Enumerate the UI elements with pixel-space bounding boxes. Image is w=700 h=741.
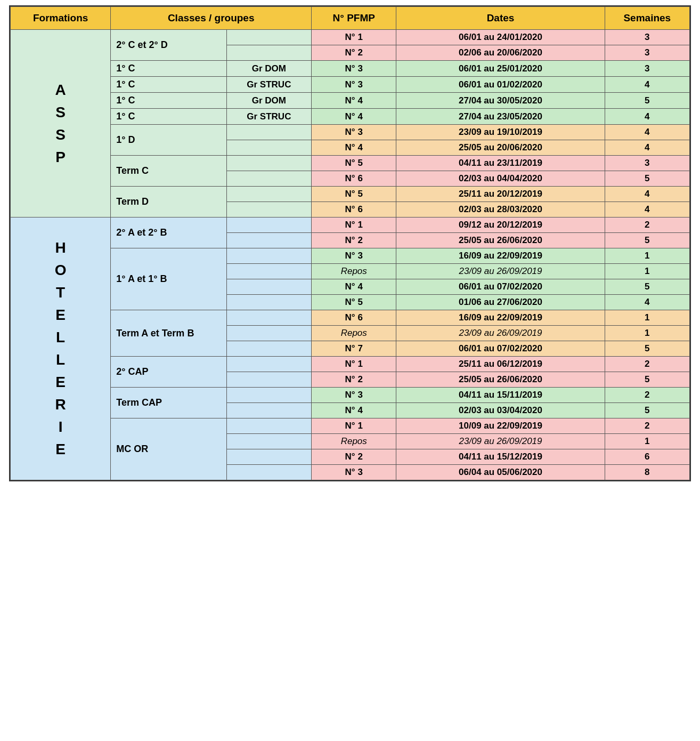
subgroup-cell: Gr STRUC <box>226 109 311 125</box>
subgroup-cell <box>226 310 311 326</box>
semaines-cell: 5 <box>605 233 689 248</box>
semaines-cell: 4 <box>605 295 689 310</box>
semaines-cell: 4 <box>605 187 689 202</box>
dates-cell: 01/06 au 27/06/2020 <box>396 295 605 310</box>
class-cell: 1° C <box>111 61 226 77</box>
subgroup-cell <box>226 295 311 310</box>
formations-table: Formations Classes / groupes N° PFMP Dat… <box>10 6 690 480</box>
semaines-cell: 2 <box>605 388 689 403</box>
class-cell: MC OR <box>111 418 226 480</box>
table-row: Term DN° 525/11 au 20/12/20194 <box>11 187 690 202</box>
semaines-cell: 5 <box>605 341 689 357</box>
class-cell: 1° C <box>111 77 226 93</box>
dates-cell: 16/09 au 22/09/2019 <box>396 310 605 326</box>
dates-cell: 25/11 au 20/12/2019 <box>396 187 605 202</box>
pfmp-cell: N° 3 <box>312 388 396 403</box>
subgroup-cell <box>226 418 311 434</box>
subgroup-cell <box>226 171 311 187</box>
subgroup-cell <box>226 202 311 218</box>
class-cell: 1° C <box>111 109 226 125</box>
pfmp-cell: N° 6 <box>312 171 396 187</box>
class-cell: 1° C <box>111 93 226 109</box>
class-cell: 2° C et 2° D <box>111 30 226 61</box>
dates-cell: 10/09 au 22/09/2019 <box>396 418 605 434</box>
pfmp-cell: N° 2 <box>312 45 396 61</box>
pfmp-cell: Repos <box>312 326 396 341</box>
pfmp-cell: N° 4 <box>312 279 396 295</box>
formation-cell: A S S P <box>11 30 111 218</box>
pfmp-cell: N° 4 <box>312 93 396 109</box>
formation-cell: H O T E L L E R I E <box>11 218 111 480</box>
dates-cell: 23/09 au 19/10/2019 <box>396 125 605 140</box>
subgroup-cell <box>226 388 311 403</box>
class-cell: 1° D <box>111 125 226 156</box>
semaines-cell: 5 <box>605 279 689 295</box>
table-row: 1° CGr DOMN° 306/01 au 25/01/20203 <box>11 61 690 77</box>
dates-cell: 16/09 au 22/09/2019 <box>396 248 605 264</box>
dates-cell: 27/04 au 23/05/2020 <box>396 109 605 125</box>
pfmp-cell: N° 3 <box>312 465 396 480</box>
pfmp-cell: N° 1 <box>312 418 396 434</box>
pfmp-cell: N° 1 <box>312 30 396 45</box>
semaines-cell: 1 <box>605 310 689 326</box>
pfmp-cell: N° 5 <box>312 187 396 202</box>
pfmp-cell: Repos <box>312 264 396 279</box>
pfmp-cell: N° 4 <box>312 109 396 125</box>
semaines-cell: 2 <box>605 357 689 372</box>
subgroup-cell <box>226 372 311 388</box>
dates-cell: 02/03 au 03/04/2020 <box>396 403 605 418</box>
semaines-cell: 6 <box>605 449 689 465</box>
dates-cell: 02/03 au 04/04/2020 <box>396 171 605 187</box>
table-row: 2° CAPN° 125/11 au 06/12/20192 <box>11 357 690 372</box>
subgroup-cell <box>226 449 311 465</box>
dates-cell: 25/05 au 20/06/2020 <box>396 140 605 156</box>
semaines-cell: 4 <box>605 109 689 125</box>
semaines-cell: 1 <box>605 264 689 279</box>
subgroup-cell <box>226 403 311 418</box>
subgroup-cell <box>226 45 311 61</box>
pfmp-cell: N° 2 <box>312 449 396 465</box>
pfmp-cell: N° 3 <box>312 125 396 140</box>
dates-cell: 06/01 au 24/01/2020 <box>396 30 605 45</box>
subgroup-cell <box>226 465 311 480</box>
semaines-cell: 4 <box>605 202 689 218</box>
pfmp-cell: N° 4 <box>312 403 396 418</box>
subgroup-cell <box>226 326 311 341</box>
semaines-cell: 5 <box>605 93 689 109</box>
semaines-cell: 4 <box>605 140 689 156</box>
class-cell: Term CAP <box>111 388 226 418</box>
table-row: MC ORN° 110/09 au 22/09/20192 <box>11 418 690 434</box>
class-cell: 2° A et 2° B <box>111 218 226 248</box>
table-row: 1° A et 1° BN° 316/09 au 22/09/20191 <box>11 248 690 264</box>
pfmp-cell: N° 2 <box>312 233 396 248</box>
subgroup-cell <box>226 264 311 279</box>
dates-cell: 23/09 au 26/09/2019 <box>396 264 605 279</box>
subgroup-cell <box>226 341 311 357</box>
pfmp-cell: N° 4 <box>312 140 396 156</box>
pfmp-cell: N° 1 <box>312 218 396 233</box>
dates-cell: 25/05 au 26/06/2020 <box>396 233 605 248</box>
semaines-cell: 4 <box>605 77 689 93</box>
semaines-cell: 3 <box>605 156 689 171</box>
main-table-wrapper: Formations Classes / groupes N° PFMP Dat… <box>9 5 691 481</box>
pfmp-cell: N° 3 <box>312 248 396 264</box>
table-row: Term A et Term BN° 616/09 au 22/09/20191 <box>11 310 690 326</box>
semaines-cell: 2 <box>605 218 689 233</box>
semaines-cell: 3 <box>605 45 689 61</box>
pfmp-cell: N° 3 <box>312 77 396 93</box>
semaines-cell: 3 <box>605 61 689 77</box>
dates-cell: 04/11 au 15/11/2019 <box>396 388 605 403</box>
semaines-cell: 4 <box>605 125 689 140</box>
subgroup-cell: Gr DOM <box>226 93 311 109</box>
dates-cell: 27/04 au 30/05/2020 <box>396 93 605 109</box>
dates-cell: 06/04 au 05/06/2020 <box>396 465 605 480</box>
table-header: Formations Classes / groupes N° PFMP Dat… <box>11 7 690 30</box>
semaines-cell: 1 <box>605 326 689 341</box>
table-row: Term CN° 504/11 au 23/11/20193 <box>11 156 690 171</box>
dates-cell: 23/09 au 26/09/2019 <box>396 326 605 341</box>
pfmp-cell: N° 7 <box>312 341 396 357</box>
subgroup-cell <box>226 218 311 233</box>
class-cell: 1° A et 1° B <box>111 248 226 310</box>
pfmp-cell: N° 1 <box>312 357 396 372</box>
dates-cell: 25/11 au 06/12/2019 <box>396 357 605 372</box>
